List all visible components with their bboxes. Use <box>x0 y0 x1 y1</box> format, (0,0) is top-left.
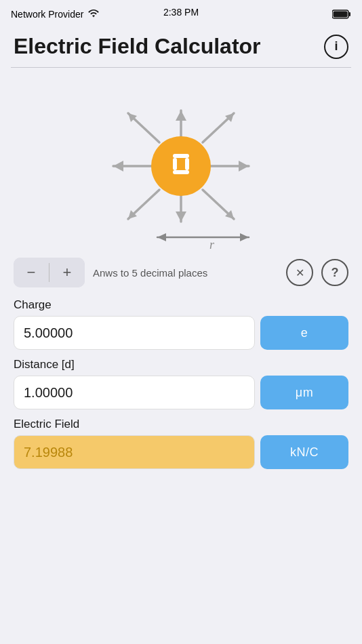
svg-rect-20 <box>173 154 189 158</box>
svg-rect-22 <box>185 158 189 170</box>
diagram-area: r <box>0 68 362 258</box>
svg-point-19 <box>151 136 211 196</box>
info-button[interactable]: i <box>324 35 348 59</box>
svg-rect-23 <box>173 170 189 174</box>
svg-rect-1 <box>349 12 351 16</box>
svg-marker-25 <box>157 233 166 241</box>
svg-marker-26 <box>240 233 249 241</box>
decimal-hint: Anws to 5 decimal places <box>93 267 278 279</box>
charge-input[interactable] <box>14 316 255 350</box>
svg-marker-16 <box>176 110 186 121</box>
svg-marker-18 <box>176 212 186 222</box>
fields-section: Charge e Distance [d] μm Electric Field … <box>0 298 362 469</box>
efield-unit-button[interactable]: kN/C <box>260 435 348 469</box>
clear-icon: ✕ <box>296 266 304 279</box>
clear-button[interactable]: ✕ <box>286 259 313 286</box>
carrier-text: Network Provider <box>11 9 83 20</box>
distance-row: μm <box>14 376 348 409</box>
status-bar: Network Provider 2:38 PM <box>0 0 362 27</box>
svg-marker-12 <box>113 161 123 172</box>
wifi-icon <box>87 9 100 19</box>
decrement-button[interactable]: − <box>14 258 49 287</box>
help-button[interactable]: ? <box>321 259 348 286</box>
distance-field-group: Distance [d] μm <box>14 358 348 409</box>
distance-label: Distance [d] <box>14 358 348 371</box>
battery-icon <box>332 9 351 19</box>
app-title: Electric Field Calculator <box>14 34 261 59</box>
efield-field-group: Electric Field kN/C <box>14 418 348 469</box>
svg-rect-21 <box>173 158 177 170</box>
charge-field-group: Charge e <box>14 298 348 350</box>
distance-input[interactable] <box>14 376 255 409</box>
zoom-controls: − + <box>14 258 85 287</box>
charge-label: Charge <box>14 298 348 312</box>
status-time: 2:38 PM <box>163 7 199 18</box>
controls-row: − + Anws to 5 decimal places ✕ ? <box>0 258 362 287</box>
carrier-info: Network Provider <box>11 9 100 20</box>
charge-row: e <box>14 316 348 350</box>
battery-area <box>332 9 351 19</box>
svg-marker-14 <box>239 161 249 172</box>
distance-unit-button[interactable]: μm <box>260 376 348 409</box>
svg-rect-2 <box>334 12 348 18</box>
increment-button[interactable]: + <box>49 258 85 287</box>
svg-text:r: r <box>209 238 215 251</box>
info-icon-label: i <box>334 39 338 54</box>
app-header: Electric Field Calculator i <box>0 27 362 67</box>
efield-result-input[interactable] <box>14 435 255 469</box>
electric-field-diagram: r <box>79 78 283 254</box>
charge-unit-button[interactable]: e <box>260 316 348 350</box>
help-icon: ? <box>331 266 339 280</box>
efield-label: Electric Field <box>14 418 348 431</box>
efield-row: kN/C <box>14 435 348 469</box>
